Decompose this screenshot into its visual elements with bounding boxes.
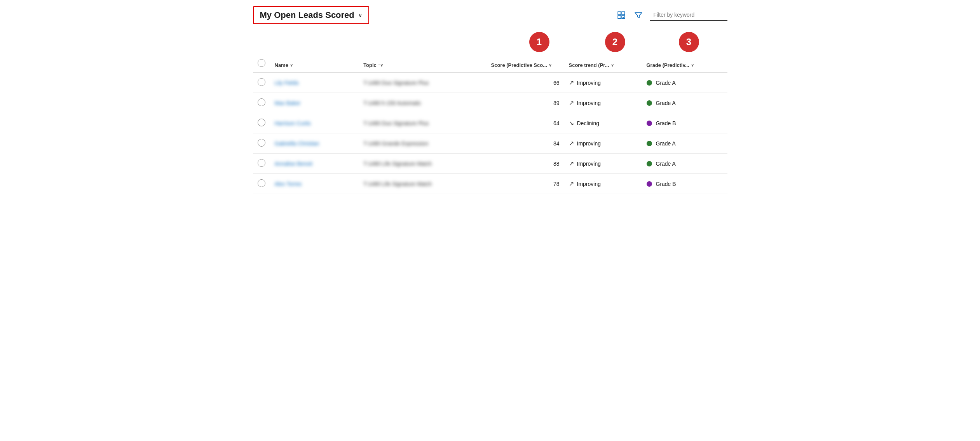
- lead-name[interactable]: Harrison Curtis: [270, 113, 359, 133]
- svg-rect-0: [618, 12, 621, 15]
- grade-sort-icon: ∨: [691, 63, 694, 68]
- lead-score: 84: [487, 133, 564, 154]
- table-row: Gabriella Christian T-1480 Grande Expres…: [253, 133, 727, 154]
- name-column-header[interactable]: Name ∨: [270, 55, 359, 72]
- lead-score: 66: [487, 72, 564, 93]
- trend-column-header[interactable]: Score trend (Pr... ∨: [564, 55, 642, 72]
- lead-topic: T-1480 Duo Signature Plus: [359, 113, 486, 133]
- trend-arrow-icon: ↗: [569, 140, 574, 147]
- lead-name[interactable]: Gabriella Christian: [270, 133, 359, 154]
- badge-1-container: 1: [500, 32, 578, 52]
- lead-topic: T-1480 Duo Signature Plus: [359, 72, 486, 93]
- lead-grade: Grade B: [642, 174, 727, 194]
- row-checkbox[interactable]: [258, 159, 265, 167]
- lead-score: 78: [487, 174, 564, 194]
- lead-topic: T-1480 Grande Expression: [359, 133, 486, 154]
- grade-label: Grade B: [656, 181, 676, 187]
- trend-label: Improving: [577, 100, 601, 106]
- header-row: Name ∨ Topic ↑∨ Score (Predictive Sco...: [253, 55, 727, 72]
- trend-arrow-icon: ↗: [569, 160, 574, 167]
- leads-table: Name ∨ Topic ↑∨ Score (Predictive Sco...: [253, 55, 727, 194]
- table-row: Lily Fields T-1480 Duo Signature Plus 66…: [253, 72, 727, 93]
- grade-label: Grade A: [656, 100, 676, 106]
- badges-container: 1 2 3: [500, 32, 726, 52]
- title-wrapper[interactable]: My Open Leads Scored ∨: [253, 6, 369, 24]
- view-settings-icon: [617, 11, 626, 19]
- filter-icon: [634, 11, 643, 19]
- table-row: Annalise Benoit T-1480 Life Signature Ma…: [253, 154, 727, 174]
- grade-label: Grade A: [656, 140, 676, 147]
- lead-grade: Grade A: [642, 93, 727, 113]
- grade-column-label: Grade (Predictiv...: [647, 62, 689, 68]
- trend-label: Declining: [577, 120, 600, 126]
- row-checkbox-cell: [253, 174, 270, 194]
- lead-trend: ↘ Declining: [564, 113, 642, 133]
- grade-column-header[interactable]: Grade (Predictiv... ∨: [642, 55, 727, 72]
- lead-name[interactable]: Annalise Benoit: [270, 154, 359, 174]
- lead-name[interactable]: Alex Torres: [270, 174, 359, 194]
- lead-grade: Grade B: [642, 113, 727, 133]
- title-chevron-icon: ∨: [358, 12, 362, 18]
- name-sort-icon: ∨: [290, 63, 293, 68]
- row-checkbox-cell: [253, 133, 270, 154]
- badge-1: 1: [529, 32, 549, 52]
- trend-label: Improving: [577, 140, 601, 147]
- checkbox-header: [253, 55, 270, 72]
- svg-rect-2: [618, 16, 621, 19]
- row-checkbox[interactable]: [258, 78, 265, 86]
- row-checkbox-cell: [253, 72, 270, 93]
- badge-2: 2: [605, 32, 625, 52]
- trend-column-label: Score trend (Pr...: [569, 62, 609, 68]
- lead-score: 88: [487, 154, 564, 174]
- grade-dot: [647, 161, 652, 166]
- trend-label: Improving: [577, 80, 601, 86]
- table-row: Alex Torres T-1480 Life Signature Match …: [253, 174, 727, 194]
- trend-arrow-icon: ↘: [569, 119, 574, 127]
- grade-label: Grade A: [656, 161, 676, 167]
- row-checkbox-cell: [253, 93, 270, 113]
- trend-arrow-icon: ↗: [569, 99, 574, 107]
- trend-arrow-icon: ↗: [569, 180, 574, 187]
- score-column-header[interactable]: Score (Predictive Sco... ∨: [487, 55, 564, 72]
- filter-button[interactable]: [633, 9, 644, 21]
- lead-name[interactable]: Max Baker: [270, 93, 359, 113]
- table-wrapper: 1 2 3 Name ∨: [253, 32, 727, 194]
- lead-topic: T-1480 h-150 Automatic: [359, 93, 486, 113]
- view-settings-button[interactable]: [616, 9, 627, 21]
- trend-label: Improving: [577, 181, 601, 187]
- table-row: Harrison Curtis T-1480 Duo Signature Plu…: [253, 113, 727, 133]
- lead-grade: Grade A: [642, 154, 727, 174]
- trend-arrow-icon: ↗: [569, 79, 574, 86]
- lead-grade: Grade A: [642, 133, 727, 154]
- topic-column-header[interactable]: Topic ↑∨: [359, 55, 486, 72]
- trend-label: Improving: [577, 161, 601, 167]
- row-checkbox-cell: [253, 113, 270, 133]
- page-title: My Open Leads Scored: [260, 10, 354, 20]
- lead-name[interactable]: Lily Fields: [270, 72, 359, 93]
- keyword-filter-input[interactable]: [650, 9, 727, 21]
- badge-3-container: 3: [652, 32, 726, 52]
- header-row: My Open Leads Scored ∨: [253, 6, 727, 24]
- grade-dot: [647, 121, 652, 126]
- score-column-label: Score (Predictive Sco...: [491, 62, 548, 68]
- lead-topic: T-1480 Life Signature Match: [359, 174, 486, 194]
- lead-topic: T-1480 Life Signature Match: [359, 154, 486, 174]
- grade-label: Grade B: [656, 120, 676, 126]
- topic-column-label: Topic: [363, 62, 377, 68]
- badges-row: 1 2 3: [253, 32, 727, 52]
- lead-grade: Grade A: [642, 72, 727, 93]
- lead-trend: ↗ Improving: [564, 93, 642, 113]
- row-checkbox[interactable]: [258, 139, 265, 147]
- table-row: Max Baker T-1480 h-150 Automatic 89 ↗ Im…: [253, 93, 727, 113]
- grade-dot: [647, 100, 652, 106]
- trend-sort-icon: ∨: [611, 63, 614, 68]
- lead-score: 64: [487, 113, 564, 133]
- svg-rect-1: [622, 12, 625, 15]
- name-column-label: Name: [275, 62, 288, 68]
- badge-2-container: 2: [578, 32, 652, 52]
- lead-trend: ↗ Improving: [564, 154, 642, 174]
- row-checkbox[interactable]: [258, 179, 265, 187]
- row-checkbox[interactable]: [258, 98, 265, 106]
- row-checkbox[interactable]: [258, 119, 265, 126]
- select-all-checkbox[interactable]: [258, 59, 265, 67]
